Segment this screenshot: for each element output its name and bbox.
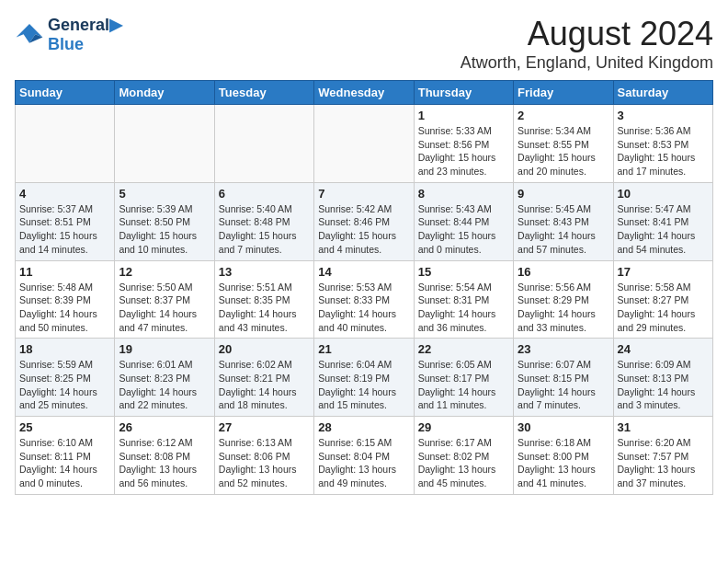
cell-info: Sunrise: 5:43 AM Sunset: 8:44 PM Dayligh… xyxy=(418,202,509,257)
cell-info: Sunrise: 6:07 AM Sunset: 8:15 PM Dayligh… xyxy=(518,358,609,412)
cell-info: Sunrise: 5:39 AM Sunset: 8:50 PM Dayligh… xyxy=(119,202,210,257)
calendar-week-row: 11Sunrise: 5:48 AM Sunset: 8:39 PM Dayli… xyxy=(16,260,713,339)
calendar-cell: 25Sunrise: 6:10 AM Sunset: 8:11 PM Dayli… xyxy=(16,417,115,495)
calendar-cell: 4Sunrise: 5:37 AM Sunset: 8:51 PM Daylig… xyxy=(16,182,115,260)
cell-date: 16 xyxy=(518,265,609,279)
calendar-cell: 21Sunrise: 6:04 AM Sunset: 8:19 PM Dayli… xyxy=(314,339,414,417)
cell-info: Sunrise: 5:45 AM Sunset: 8:43 PM Dayligh… xyxy=(518,202,609,257)
cell-info: Sunrise: 6:10 AM Sunset: 8:11 PM Dayligh… xyxy=(19,436,110,490)
cell-date: 13 xyxy=(219,265,310,279)
calendar-cell: 17Sunrise: 5:58 AM Sunset: 8:27 PM Dayli… xyxy=(613,260,712,339)
cell-date: 26 xyxy=(119,420,210,434)
cell-info: Sunrise: 5:33 AM Sunset: 8:56 PM Dayligh… xyxy=(418,124,509,178)
calendar-cell xyxy=(314,105,414,183)
calendar-cell: 8Sunrise: 5:43 AM Sunset: 8:44 PM Daylig… xyxy=(414,182,513,260)
cell-date: 7 xyxy=(318,187,409,201)
cell-date: 27 xyxy=(219,420,310,434)
calendar-title: August 2024 xyxy=(461,15,713,53)
calendar-week-row: 1Sunrise: 5:33 AM Sunset: 8:56 PM Daylig… xyxy=(16,105,713,183)
cell-info: Sunrise: 5:53 AM Sunset: 8:33 PM Dayligh… xyxy=(318,281,409,335)
cell-date: 15 xyxy=(418,265,509,279)
day-header-friday: Friday xyxy=(514,81,613,105)
calendar-cell: 16Sunrise: 5:56 AM Sunset: 8:29 PM Dayli… xyxy=(514,260,613,339)
calendar-cell: 15Sunrise: 5:54 AM Sunset: 8:31 PM Dayli… xyxy=(414,260,513,339)
calendar-cell: 27Sunrise: 6:13 AM Sunset: 8:06 PM Dayli… xyxy=(214,417,313,495)
calendar-cell: 30Sunrise: 6:18 AM Sunset: 8:00 PM Dayli… xyxy=(514,417,613,495)
calendar-cell: 10Sunrise: 5:47 AM Sunset: 8:41 PM Dayli… xyxy=(613,182,712,260)
cell-info: Sunrise: 6:12 AM Sunset: 8:08 PM Dayligh… xyxy=(119,436,210,490)
calendar-week-row: 4Sunrise: 5:37 AM Sunset: 8:51 PM Daylig… xyxy=(16,182,713,260)
cell-date: 14 xyxy=(318,265,409,279)
cell-date: 6 xyxy=(219,187,310,201)
cell-date: 25 xyxy=(19,420,110,434)
cell-date: 28 xyxy=(318,420,409,434)
cell-date: 24 xyxy=(618,342,709,356)
cell-info: Sunrise: 6:05 AM Sunset: 8:17 PM Dayligh… xyxy=(418,358,509,412)
cell-info: Sunrise: 5:56 AM Sunset: 8:29 PM Dayligh… xyxy=(518,281,609,335)
cell-info: Sunrise: 5:48 AM Sunset: 8:39 PM Dayligh… xyxy=(19,281,110,335)
cell-info: Sunrise: 5:58 AM Sunset: 8:27 PM Dayligh… xyxy=(618,281,709,335)
calendar-cell: 7Sunrise: 5:42 AM Sunset: 8:46 PM Daylig… xyxy=(314,182,414,260)
day-header-sunday: Sunday xyxy=(16,81,115,105)
cell-info: Sunrise: 5:34 AM Sunset: 8:55 PM Dayligh… xyxy=(518,124,609,178)
cell-info: Sunrise: 6:04 AM Sunset: 8:19 PM Dayligh… xyxy=(318,358,409,412)
calendar-cell: 9Sunrise: 5:45 AM Sunset: 8:43 PM Daylig… xyxy=(514,182,613,260)
cell-date: 4 xyxy=(19,187,110,201)
cell-date: 19 xyxy=(119,342,210,356)
title-block: August 2024 Atworth, England, United Kin… xyxy=(461,15,713,73)
cell-info: Sunrise: 6:17 AM Sunset: 8:02 PM Dayligh… xyxy=(418,436,509,490)
calendar-table: SundayMondayTuesdayWednesdayThursdayFrid… xyxy=(15,80,713,495)
calendar-cell: 23Sunrise: 6:07 AM Sunset: 8:15 PM Dayli… xyxy=(514,339,613,417)
calendar-cell: 28Sunrise: 6:15 AM Sunset: 8:04 PM Dayli… xyxy=(314,417,414,495)
cell-info: Sunrise: 6:01 AM Sunset: 8:23 PM Dayligh… xyxy=(119,358,210,412)
cell-info: Sunrise: 6:09 AM Sunset: 8:13 PM Dayligh… xyxy=(618,358,709,412)
cell-date: 11 xyxy=(19,265,110,279)
calendar-cell: 12Sunrise: 5:50 AM Sunset: 8:37 PM Dayli… xyxy=(115,260,214,339)
cell-date: 30 xyxy=(518,420,609,434)
cell-date: 8 xyxy=(418,187,509,201)
cell-info: Sunrise: 5:40 AM Sunset: 8:48 PM Dayligh… xyxy=(219,202,310,257)
cell-date: 1 xyxy=(418,109,509,122)
calendar-header-row: SundayMondayTuesdayWednesdayThursdayFrid… xyxy=(16,81,713,105)
calendar-cell: 3Sunrise: 5:36 AM Sunset: 8:53 PM Daylig… xyxy=(613,105,712,183)
cell-info: Sunrise: 6:02 AM Sunset: 8:21 PM Dayligh… xyxy=(219,358,310,412)
calendar-cell xyxy=(115,105,214,183)
calendar-cell: 11Sunrise: 5:48 AM Sunset: 8:39 PM Dayli… xyxy=(16,260,115,339)
day-header-saturday: Saturday xyxy=(613,81,712,105)
cell-date: 2 xyxy=(518,109,609,122)
cell-date: 29 xyxy=(418,420,509,434)
cell-info: Sunrise: 5:47 AM Sunset: 8:41 PM Dayligh… xyxy=(618,202,709,257)
calendar-cell: 22Sunrise: 6:05 AM Sunset: 8:17 PM Dayli… xyxy=(414,339,513,417)
cell-date: 3 xyxy=(618,109,709,122)
calendar-cell: 24Sunrise: 6:09 AM Sunset: 8:13 PM Dayli… xyxy=(613,339,712,417)
cell-info: Sunrise: 6:20 AM Sunset: 7:57 PM Dayligh… xyxy=(618,436,709,490)
cell-date: 5 xyxy=(119,187,210,201)
cell-info: Sunrise: 5:50 AM Sunset: 8:37 PM Dayligh… xyxy=(119,281,210,335)
calendar-cell: 14Sunrise: 5:53 AM Sunset: 8:33 PM Dayli… xyxy=(314,260,414,339)
cell-date: 20 xyxy=(219,342,310,356)
calendar-cell xyxy=(214,105,313,183)
cell-date: 18 xyxy=(19,342,110,356)
logo: General▶ Blue xyxy=(15,15,122,54)
svg-marker-0 xyxy=(17,24,43,43)
calendar-cell xyxy=(16,105,115,183)
logo-text: General▶ Blue xyxy=(48,15,122,54)
cell-date: 10 xyxy=(618,187,709,201)
cell-date: 12 xyxy=(119,265,210,279)
calendar-cell: 5Sunrise: 5:39 AM Sunset: 8:50 PM Daylig… xyxy=(115,182,214,260)
day-header-tuesday: Tuesday xyxy=(214,81,313,105)
calendar-cell: 29Sunrise: 6:17 AM Sunset: 8:02 PM Dayli… xyxy=(414,417,513,495)
calendar-cell: 31Sunrise: 6:20 AM Sunset: 7:57 PM Dayli… xyxy=(613,417,712,495)
day-header-thursday: Thursday xyxy=(414,81,513,105)
calendar-subtitle: Atworth, England, United Kingdom xyxy=(461,53,713,73)
cell-date: 31 xyxy=(618,420,709,434)
cell-date: 21 xyxy=(318,342,409,356)
cell-info: Sunrise: 5:54 AM Sunset: 8:31 PM Dayligh… xyxy=(418,281,509,335)
cell-info: Sunrise: 5:42 AM Sunset: 8:46 PM Dayligh… xyxy=(318,202,409,257)
cell-info: Sunrise: 5:37 AM Sunset: 8:51 PM Dayligh… xyxy=(19,202,110,257)
calendar-cell: 2Sunrise: 5:34 AM Sunset: 8:55 PM Daylig… xyxy=(514,105,613,183)
cell-info: Sunrise: 5:59 AM Sunset: 8:25 PM Dayligh… xyxy=(19,358,110,412)
day-header-monday: Monday xyxy=(115,81,214,105)
cell-date: 17 xyxy=(618,265,709,279)
cell-date: 9 xyxy=(518,187,609,201)
